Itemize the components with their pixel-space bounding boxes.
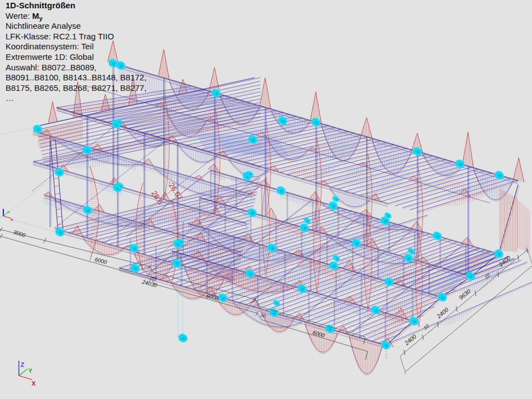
svg-text:Werte: My: Werte: My — [6, 11, 43, 22]
svg-text:Nichtlineare Analyse: Nichtlineare Analyse — [6, 21, 81, 30]
svg-text:Extremwerte 1D: Global: Extremwerte 1D: Global — [6, 52, 94, 62]
svg-text:…: … — [6, 93, 14, 103]
svg-text:B8091..B8100, B8143..B8148, B8: B8091..B8100, B8143..B8148, B8172, — [6, 73, 146, 82]
svg-text:Y: Y — [28, 367, 33, 374]
svg-text:LFK-Klasse: RC2.1 Trag TIIO: LFK-Klasse: RC2.1 Trag TIIO — [6, 32, 114, 41]
svg-text:Z: Z — [21, 361, 24, 368]
svg-text:X: X — [32, 380, 36, 387]
svg-text:1D-Schnittgrößen: 1D-Schnittgrößen — [6, 1, 75, 10]
svg-text:×: × — [7, 209, 10, 214]
svg-text:B8175, B8265, B8268, B8271, B8: B8175, B8265, B8268, B8271, B8277, — [6, 83, 146, 93]
svg-text:Auswahl: B8072..B8089,: Auswahl: B8072..B8089, — [6, 63, 96, 72]
svg-text:Koordinatensystem: Teil: Koordinatensystem: Teil — [6, 42, 94, 51]
svg-text:×: × — [11, 217, 13, 222]
